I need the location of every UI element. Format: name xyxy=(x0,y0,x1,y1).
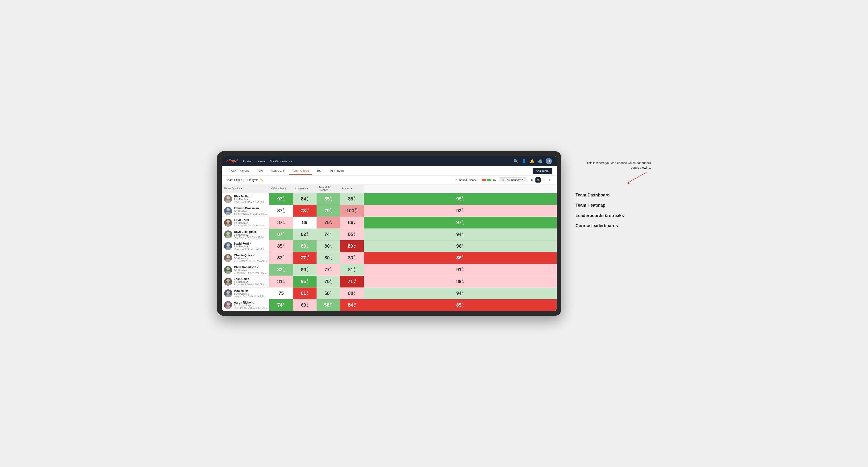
last-rounds-button[interactable]: 📊 Last Rounds: 20 xyxy=(499,177,527,182)
score-content: 89 7▲ xyxy=(293,240,316,252)
score-content: 80 3▲ xyxy=(316,240,340,252)
table-view-icon[interactable]: ▦ xyxy=(535,177,540,183)
score-change: 6▼ xyxy=(354,255,356,261)
player-details: David Ford ✓ Plus Handicap Royal North D… xyxy=(234,242,267,250)
table-row[interactable]: Chris Robertson ✓ 1-5 Handicap Craigmill… xyxy=(222,264,557,276)
score-change: 11▼ xyxy=(353,279,356,284)
tab-pga[interactable]: PGA xyxy=(253,167,266,175)
score-content: 85 3▼ xyxy=(340,228,364,240)
player-details: Matt Miller 6-10 Handicap Woburn Golf Cl… xyxy=(234,289,267,298)
svg-point-8 xyxy=(226,243,230,247)
tab-team-clippd[interactable]: Team Clippd xyxy=(289,167,312,175)
score-content: 77 14▼ xyxy=(293,252,316,264)
player-name: David Ford ✓ xyxy=(234,242,267,245)
score-cell-around_green: 85 3▼ xyxy=(340,228,364,240)
list-view-icon[interactable]: ☰ xyxy=(541,177,546,183)
player-cell: Elliot Ebert 1-5 Handicap Sunningdale Go… xyxy=(222,217,269,228)
player-details: Aaron Nicholls 11-15 Handicap Drift Golf… xyxy=(234,301,267,309)
score-number: 81 xyxy=(348,267,353,272)
nav-teams[interactable]: Teams xyxy=(256,158,265,164)
nav-home[interactable]: Home xyxy=(243,158,251,164)
score-content: 86 6▼ xyxy=(340,217,364,228)
score-cell-approach: 80 1▲ xyxy=(316,252,340,264)
table-row[interactable]: Josh Coles 1-5 Handicap Royal North Devo… xyxy=(222,276,557,287)
search-icon[interactable]: 🔍 xyxy=(514,159,519,163)
player-cell: David Ford ✓ Plus Handicap Royal North D… xyxy=(222,240,269,252)
score-content: 80 1▲ xyxy=(316,252,340,264)
score-content: 77 3▼ xyxy=(316,264,340,276)
score-number: 88 xyxy=(302,220,307,225)
add-team-button[interactable]: Add Team xyxy=(533,168,552,174)
player-handicap: 6-10 Handicap xyxy=(234,257,267,260)
player-cell: Edward Crossman 1-5 Handicap Sunningdale… xyxy=(222,205,269,217)
player-info: Charlie Quick ✓ 6-10 Handicap St. George… xyxy=(224,254,267,262)
table-row[interactable]: Edward Crossman 1-5 Handicap Sunningdale… xyxy=(222,205,557,217)
score-cell-around_green: 88 1▼ xyxy=(340,193,364,205)
score-change: 1▲ xyxy=(462,231,464,237)
score-cell-putting: 89 2▼ xyxy=(364,276,557,287)
round-change-label: 20 Round Change xyxy=(456,179,476,181)
sub-header-controls: 20 Round Change -5 +5 📊 Last Rounds: 20 xyxy=(456,177,552,183)
score-content: 83 6▼ xyxy=(340,252,364,264)
table-row[interactable]: Aaron Nicholls 11-15 Handicap Drift Golf… xyxy=(222,299,557,311)
player-name: Chris Robertson ✓ xyxy=(234,266,267,269)
filter-icon[interactable]: ↕ xyxy=(547,177,552,183)
score-change: 5▲ xyxy=(462,220,464,225)
score-change: 8▲ xyxy=(283,302,285,308)
score-cell-around_green: 71 11▼ xyxy=(340,276,364,287)
player-info: Josh Coles 1-5 Handicap Royal North Devo… xyxy=(224,277,267,286)
score-number: 93 xyxy=(277,196,282,201)
edit-icon[interactable]: ✏️ xyxy=(260,178,264,182)
grid-view-icon[interactable]: ⊞ xyxy=(530,177,535,183)
round-change: 20 Round Change -5 +5 xyxy=(456,179,496,181)
player-cell: Charlie Quick ✓ 6-10 Handicap St. George… xyxy=(222,252,269,264)
score-number: 80 xyxy=(324,243,330,249)
table-row[interactable]: David Ford ✓ Plus Handicap Royal North D… xyxy=(222,240,557,252)
score-cell-putting: 95 9▲ xyxy=(364,193,557,205)
score-cell-around_green: 103 15▲ xyxy=(340,205,364,217)
score-cell-approach: 77 3▼ xyxy=(316,264,340,276)
person-icon[interactable]: 👤 xyxy=(522,159,526,163)
bell-icon[interactable]: 🔔 xyxy=(530,159,534,163)
score-cell-putting: 96 3▲ xyxy=(364,240,557,252)
table-row[interactable]: Matt Miller 6-10 Handicap Woburn Golf Cl… xyxy=(222,287,557,299)
score-change: 1▼ xyxy=(354,196,356,201)
score-cell-around_green: 84 21▲ xyxy=(340,299,364,311)
table-row[interactable]: Dave Billingham 1-5 Handicap Gog Magog G… xyxy=(222,228,557,240)
nav-my-performance[interactable]: My Performance xyxy=(270,158,292,164)
score-cell-putting: 92 3▼ xyxy=(364,205,557,217)
score-cell-around_green: 83 6▼ xyxy=(340,252,364,264)
score-cell-off_tee: 61 3▼ xyxy=(293,287,316,299)
table-row[interactable]: Charlie Quick ✓ 6-10 Handicap St. George… xyxy=(222,252,557,264)
score-content: 82 4▲ xyxy=(293,228,316,240)
bar-red xyxy=(482,179,486,181)
tab-hcaps[interactable]: Hcaps 1-5 xyxy=(267,167,288,175)
player-details: Blair McHarg Plus Handicap Royal North D… xyxy=(234,195,267,203)
table-row[interactable]: Elliot Ebert 1-5 Handicap Sunningdale Go… xyxy=(222,217,557,228)
score-change: 21▲ xyxy=(353,302,356,308)
score-cell-quality: 87 4▲ xyxy=(269,228,293,240)
score-content: 93 2▲ xyxy=(269,193,293,205)
score-cell-quality: 74 8▲ xyxy=(269,299,293,311)
tab-pgat-players[interactable]: PGAT Players xyxy=(226,167,252,175)
player-name: Blair McHarg xyxy=(234,195,267,198)
score-content: 74 8▲ xyxy=(269,299,293,311)
annotation-leaderboards: Leaderboards & streaks xyxy=(576,213,651,218)
score-number: 83 xyxy=(348,243,353,249)
svg-point-15 xyxy=(225,282,231,286)
settings-icon[interactable]: ⚙️ xyxy=(538,159,542,163)
score-change: 3▼ xyxy=(330,220,332,225)
avatar[interactable]: U xyxy=(546,158,552,164)
score-cell-quality: 75 xyxy=(269,287,293,299)
player-name: Elliot Ebert xyxy=(234,218,267,222)
player-handicap: 1-5 Handicap xyxy=(234,222,267,224)
score-cell-quality: 87 1▲ xyxy=(269,205,293,217)
score-cell-approach: 58 10▲ xyxy=(316,299,340,311)
tab-tour[interactable]: Tour xyxy=(313,167,326,175)
tab-all-players[interactable]: All Players xyxy=(327,167,348,175)
score-change: 4▲ xyxy=(283,231,285,237)
score-number: 92 xyxy=(456,208,461,214)
score-content: 94 3▲ xyxy=(364,287,557,299)
player-info: Matt Miller 6-10 Handicap Woburn Golf Cl… xyxy=(224,289,267,298)
table-row[interactable]: Blair McHarg Plus Handicap Royal North D… xyxy=(222,193,557,205)
